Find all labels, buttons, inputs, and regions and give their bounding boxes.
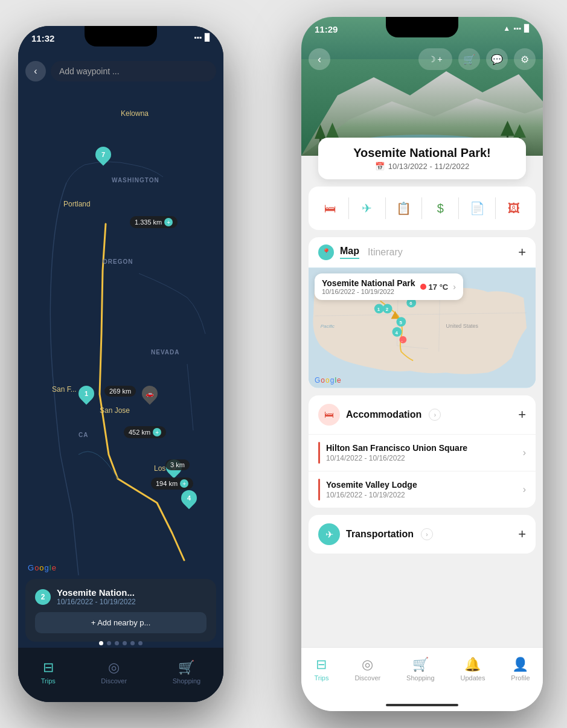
map-popup[interactable]: Yosemite National Park 10/16/2022 - 10/1… [315, 273, 463, 300]
nav-trips-label-left: Trips [41, 677, 56, 685]
hotel-2-name: Yosemite Valley Lodge [326, 480, 417, 490]
temp-dot [420, 284, 426, 290]
transport-cat-btn[interactable]: ✈ [354, 195, 380, 222]
accommodation-item-1[interactable]: Hilton San Francisco Union Square 10/14/… [309, 434, 536, 471]
shopping-icon-left: 🛒 [178, 660, 194, 675]
accommodation-cat-btn[interactable]: 🛏 [317, 195, 344, 222]
chat-button[interactable]: 💬 [486, 48, 508, 70]
right-content: 11:29 ▲ ▪▪▪ ▉ ‹ ☽ + [301, 17, 543, 711]
bottom-card-left: 2 Yosemite Nation... 10/16/2022 - 10/19/… [25, 579, 216, 642]
plus-icon-theme: + [437, 54, 442, 64]
scroll-area[interactable]: 🛏 ✈ 📋 $ 📄 🖼 📍 Map [301, 179, 543, 647]
discover-icon-right: ◎ [362, 657, 373, 672]
card-dates: 10/16/2022 - 10/19/2022 [57, 598, 136, 606]
card-row: 2 Yosemite Nation... 10/16/2022 - 10/19/… [35, 587, 207, 606]
nav-discover-left[interactable]: ◎ Discover [101, 660, 127, 685]
dist-plus-2[interactable]: + [153, 428, 161, 436]
nav-updates-label-right: Updates [460, 674, 485, 682]
theme-toggle[interactable]: ☽ + [418, 48, 452, 70]
map-pin-4[interactable]: 4 [181, 490, 197, 506]
nav-discover-label-left: Discover [101, 677, 127, 685]
left-notch [85, 26, 157, 46]
docs-cat-btn[interactable]: 📄 [464, 195, 490, 222]
item-chevron-2: › [523, 484, 526, 495]
updates-icon-right: 🔔 [464, 657, 481, 672]
dist-1335-text: 1.335 km [135, 219, 162, 226]
map-pin-car[interactable]: 🚗 [142, 386, 158, 401]
divider-4 [458, 197, 459, 219]
transportation-chevron[interactable]: › [421, 528, 433, 540]
mini-map[interactable]: Pacific United States 1 2 [309, 267, 536, 388]
nav-shopping-right[interactable]: 🛒 Shopping [406, 657, 435, 682]
popup-date: 10/16/2022 - 10/19/2022 [322, 288, 415, 295]
svg-text:2: 2 [386, 307, 389, 312]
svg-text:Pacific: Pacific [321, 324, 335, 329]
category-icons-card: 🛏 ✈ 📋 $ 📄 🖼 [309, 187, 536, 230]
nav-trips-right[interactable]: ⊟ Trips [314, 657, 328, 682]
transport-icon: ✈ [318, 523, 340, 545]
nav-updates-right[interactable]: 🔔 Updates [460, 657, 485, 682]
nav-shopping-label-left: Shopping [173, 677, 201, 685]
dist-194: 194 km + [151, 477, 193, 490]
itinerary-cat-btn[interactable]: 📋 [391, 195, 417, 222]
back-button-right[interactable]: ‹ [309, 48, 330, 70]
hotel-1-name: Hilton San Francisco Union Square [326, 443, 467, 453]
discover-icon-left: ◎ [108, 660, 120, 675]
settings-button[interactable]: ⚙ [514, 48, 536, 70]
svg-text:-: - [401, 338, 403, 343]
accommodation-item-2[interactable]: Yosemite Valley Lodge 10/16/2022 - 10/19… [309, 471, 536, 508]
search-placeholder: Add waypoint ... [59, 66, 120, 76]
search-bar[interactable]: Add waypoint ... [51, 61, 216, 81]
trips-icon-right: ⊟ [316, 657, 327, 672]
dist-plus-1[interactable]: + [164, 218, 173, 226]
card-info: Yosemite Nation... 10/16/2022 - 10/19/20… [57, 587, 136, 606]
trip-title: Yosemite National Park! [329, 146, 515, 160]
left-phone: 11:32 ▪▪▪ ▉ ‹ Add waypoint ... Kelowna P… [18, 26, 223, 702]
popup-name: Yosemite National Park [322, 278, 415, 288]
add-nearby-button[interactable]: + Add nearby p... [35, 612, 207, 633]
tab-itinerary[interactable]: Itinerary [368, 247, 403, 258]
nav-profile-right[interactable]: 👤 Profile [511, 657, 530, 682]
budget-cat-btn[interactable]: $ [427, 195, 453, 222]
dist-plus-3[interactable]: + [180, 479, 188, 488]
svg-text:United States: United States [446, 323, 479, 329]
nav-profile-label-right: Profile [511, 674, 530, 682]
transportation-section: ✈ Transportation › + [309, 515, 536, 554]
moon-icon: ☽ [428, 54, 436, 64]
profile-icon-right: 👤 [512, 657, 528, 672]
nav-shopping-left[interactable]: 🛒 Shopping [173, 660, 201, 685]
nav-trips-left[interactable]: ⊟ Trips [41, 660, 56, 685]
map-pin-1[interactable]: 1 [78, 386, 94, 401]
temp-text: 17 °C [429, 283, 449, 292]
back-button-left[interactable]: ‹ [25, 61, 46, 81]
map-tab-pin: 📍 [318, 244, 334, 260]
dot-1 [99, 641, 103, 645]
right-notch [386, 17, 458, 37]
item-chevron-1: › [523, 447, 526, 458]
svg-text:6: 6 [409, 301, 412, 306]
cart-button[interactable]: 🛒 [458, 48, 480, 70]
item-info-1: Hilton San Francisco Union Square 10/14/… [326, 443, 467, 462]
accommodation-chevron[interactable]: › [429, 409, 441, 421]
cart-icon: 🛒 [463, 54, 475, 65]
trip-dates-text: 10/13/2022 - 11/2/2022 [388, 162, 469, 171]
nav-discover-right[interactable]: ◎ Discover [354, 657, 380, 682]
gear-icon: ⚙ [521, 54, 529, 65]
map-pin-7[interactable]: 7 [95, 147, 111, 162]
accommodation-plus[interactable]: + [518, 407, 526, 423]
left-status-time: 11:32 [31, 33, 54, 43]
right-wifi-icon: ▲ [503, 24, 510, 33]
tab-map[interactable]: Map [340, 246, 359, 259]
home-bar [386, 704, 458, 706]
item-accent-1 [318, 442, 320, 464]
divider-5 [495, 197, 496, 219]
photos-cat-btn[interactable]: 🖼 [501, 195, 527, 222]
map-tab-plus[interactable]: + [518, 244, 526, 260]
tabs-row: 📍 Map Itinerary + [309, 237, 536, 267]
transportation-plus[interactable]: + [518, 526, 526, 542]
dist-1335: 1.335 km + [130, 216, 178, 228]
item-info-2: Yosemite Valley Lodge 10/16/2022 - 10/19… [326, 480, 417, 499]
hotel-1-dates: 10/14/2022 - 10/16/2022 [326, 454, 467, 462]
right-bottom-nav: ⊟ Trips ◎ Discover 🛒 Shopping 🔔 Updates … [301, 647, 543, 699]
accommodation-header: 🛏 Accommodation › + [309, 395, 536, 434]
